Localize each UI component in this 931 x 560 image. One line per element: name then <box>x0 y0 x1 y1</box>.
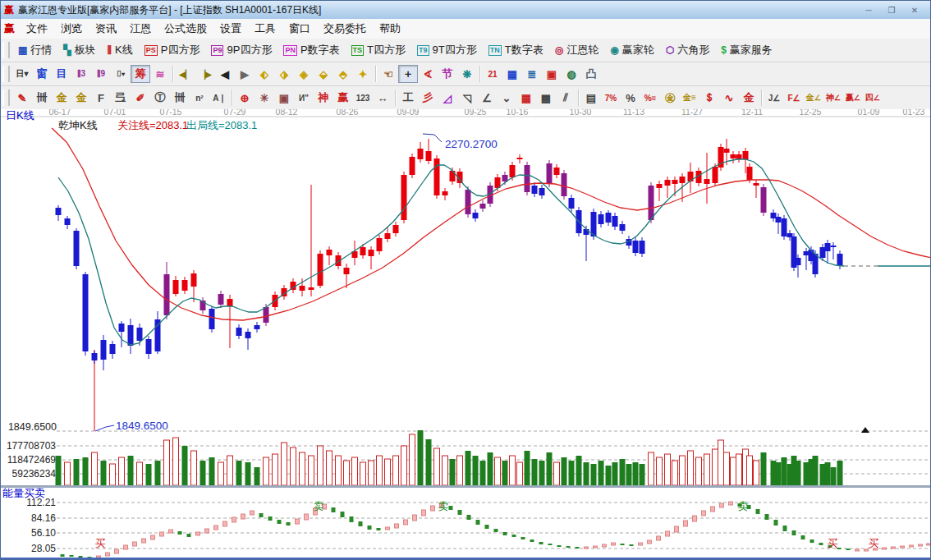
toolbar-button-shen-fence[interactable]: 神 <box>314 89 333 107</box>
toolbar-button-time-cycle[interactable]: Ⓣ <box>150 89 170 107</box>
toolbar-button-fan-rays[interactable]: 彡 <box>418 89 438 107</box>
toolbar-button-a-angle[interactable]: A❘ <box>209 89 229 107</box>
toolbar-button-zoom-right[interactable]: ⬗ <box>274 65 294 83</box>
toolbar-button-percent-table[interactable]: ▤ <box>581 89 601 107</box>
toolbar-button-percent-7[interactable]: 7% <box>601 89 621 107</box>
toolbar-button-brush-ruler[interactable]: ✐ <box>131 89 150 107</box>
toolbar-button-save[interactable]: ▣ <box>542 65 562 83</box>
toolbar-button-sectors[interactable]: ▚板块 <box>57 40 101 60</box>
toolbar-button-step-forward[interactable]: ▶ <box>235 65 255 83</box>
toolbar-button-gold-lines[interactable]: 金≡ <box>680 89 699 107</box>
toolbar-button-goto-first[interactable]: ◀▏ <box>176 65 195 83</box>
toolbar-button-p-square[interactable]: PSP四方形 <box>139 40 206 60</box>
toolbar-button-crosshair[interactable]: ＋ <box>398 65 418 83</box>
toolbar-button-chip-distribution[interactable]: 筹 <box>131 65 150 83</box>
restore-button[interactable]: ❐ <box>884 6 899 15</box>
toolbar-button-box-fan-2[interactable]: ◹ <box>457 89 477 107</box>
toolbar-button-pencil-angle[interactable]: ∠ <box>477 89 497 107</box>
toolbar-button-wave-mark[interactable]: И" <box>294 89 314 107</box>
kline-chart[interactable]: 06-1707-0107-1507-2908-1208-2609-0909-25… <box>1 109 931 559</box>
toolbar-button-gold-fence[interactable]: 金 <box>52 89 71 107</box>
toolbar-button-gold-circle[interactable]: ㊎ <box>660 89 680 107</box>
toolbar-button-9t-square[interactable]: T99T四方形 <box>411 40 483 60</box>
toolbar-button-box-fan[interactable]: ◿ <box>438 89 457 107</box>
toolbar-button-drag-hand[interactable]: ☜ <box>378 65 398 83</box>
toolbar-button-f-fence[interactable]: F <box>91 89 111 107</box>
toolbar-button-zoom-all[interactable]: ✦ <box>353 65 373 83</box>
toolbar-button-circle-star[interactable]: ✳ <box>255 89 274 107</box>
toolbar-button-fence-plain[interactable]: 卌 <box>170 89 190 107</box>
toolbar-button-angle-measure[interactable]: ∢ <box>418 65 438 83</box>
toolbar-button-calculator[interactable]: ▦ <box>502 65 522 83</box>
toolbar-button-export-web[interactable]: ◍ <box>562 65 581 83</box>
menu-item-2[interactable]: 资讯 <box>89 19 123 39</box>
toolbar-button-shen-angle[interactable]: 神∠ <box>823 89 843 107</box>
toolbar-button-notes[interactable]: ≣ <box>522 65 542 83</box>
menu-item-0[interactable]: 文件 <box>20 19 54 39</box>
menu-item-6[interactable]: 工具 <box>248 19 282 39</box>
toolbar-button-period-day-dropdown[interactable]: 日▾ <box>12 65 32 83</box>
toolbar-button-ying-fence[interactable]: 赢 <box>333 89 353 107</box>
toolbar-button-t-number-table[interactable]: TNT数字表 <box>483 40 549 60</box>
toolbar-button-parallel-lines[interactable]: ⫽ <box>556 89 576 107</box>
toolbar-button-zoom-left[interactable]: ⬖ <box>255 65 274 83</box>
toolbar-button-candle-style-dropdown[interactable]: ⌷▾ <box>111 65 131 83</box>
minimize-button[interactable]: ─ <box>861 6 876 15</box>
toolbar-button-span-arrows[interactable]: ↔ <box>373 89 392 107</box>
toolbar-button-v-waves[interactable]: ⌄ <box>497 89 516 107</box>
toolbar-button-quotes[interactable]: ▦行情 <box>12 40 57 60</box>
toolbar-button-info-panel[interactable]: 目 <box>52 65 71 83</box>
toolbar-button-wave-line[interactable]: ∿ <box>719 89 739 107</box>
toolbar-button-step-back[interactable]: ◀ <box>215 65 235 83</box>
toolbar-button-red-grid[interactable]: ▦ <box>516 89 536 107</box>
toolbar-button-gold-red-lines[interactable]: 金 <box>739 89 759 107</box>
toolbar-button-bow-fence[interactable]: 弖 <box>111 89 131 107</box>
toolbar-button-color-volume[interactable]: ≋ <box>150 65 170 83</box>
toolbar-button-zoom-out-horizontal[interactable]: ◈ <box>294 65 314 83</box>
toolbar-button-t-square[interactable]: TST四方形 <box>346 40 411 60</box>
toolbar-button-calendar-21[interactable]: 21 <box>483 65 502 83</box>
toolbar-button-zoom-vertical[interactable]: ⬘ <box>333 65 353 83</box>
toolbar-button-gann-wheel[interactable]: ◎江恩轮 <box>549 40 604 60</box>
toolbar-button-grid-arrow[interactable]: ▩ <box>536 89 556 107</box>
toolbar-button-kline[interactable]: ⫼K线 <box>102 40 139 60</box>
toolbar-button-hexagon[interactable]: ⬡六角形 <box>660 40 715 60</box>
toolbar-button-window-layout[interactable]: 窗 <box>32 65 52 83</box>
toolbar-button-fence-ruler[interactable]: 卌 <box>32 89 52 107</box>
toolbar-button-circle-square[interactable]: ▣ <box>274 89 294 107</box>
toolbar-button-chart-grid-9[interactable]: ⫼9 <box>91 65 111 83</box>
menu-item-5[interactable]: 设置 <box>213 19 248 39</box>
menu-item-3[interactable]: 江恩 <box>123 19 158 39</box>
menu-item-4[interactable]: 公式选股 <box>158 19 213 39</box>
toolbar-button-chart-grid-3[interactable]: ⫼3 <box>71 65 91 83</box>
toolbar-button-p-number-table[interactable]: PNP数字表 <box>277 40 345 60</box>
toolbar-button-smart-analysis[interactable]: ❋ <box>457 65 477 83</box>
toolbar-button-gann-tool[interactable]: 节 <box>438 65 457 83</box>
toolbar-button-knife-tool[interactable]: ✎ <box>12 89 32 107</box>
toolbar-button-j-angle[interactable]: J∠ <box>764 89 784 107</box>
toolbar-button-si-angle[interactable]: 四∠ <box>863 89 883 107</box>
toolbar-button-gold-fence-2[interactable]: 金 <box>71 89 91 107</box>
toolbar-button-print[interactable]: 凸 <box>581 65 601 83</box>
toolbar-button-number-fence[interactable]: 123 <box>353 89 373 107</box>
toolbar-button-ying-angle[interactable]: 赢∠ <box>843 89 863 107</box>
toolbar-button-winner-wheel[interactable]: ◉赢家轮 <box>604 40 659 60</box>
energy-candle <box>630 544 634 546</box>
toolbar-button-n2-fence[interactable]: n² <box>190 89 209 107</box>
menu-item-7[interactable]: 窗口 <box>282 19 317 39</box>
toolbar-button-winner-service[interactable]: $赢家服务 <box>715 40 778 60</box>
toolbar-button-percent-lines[interactable]: %≡ <box>640 89 660 107</box>
menu-item-1[interactable]: 浏览 <box>54 19 89 39</box>
close-button[interactable]: ✕ <box>907 6 922 15</box>
toolbar-button-circle-cross[interactable]: ⊕ <box>235 89 255 107</box>
toolbar-button-zoom-in-horizontal[interactable]: ⬙ <box>314 65 333 83</box>
menu-item-9[interactable]: 帮助 <box>373 19 407 39</box>
menu-item-8[interactable]: 交易委托 <box>317 19 373 39</box>
toolbar-button-9p-square[interactable]: P99P四方形 <box>205 40 277 60</box>
toolbar-button-gold-angle[interactable]: 金∠ <box>804 89 823 107</box>
toolbar-button-f-angle[interactable]: F∠ <box>784 89 804 107</box>
toolbar-button-percent[interactable]: % <box>621 89 640 107</box>
toolbar-button-goto-last[interactable]: ▕▶ <box>195 65 215 83</box>
toolbar-button-money-brush[interactable]: ＄ <box>699 89 719 107</box>
toolbar-button-box-tool[interactable]: 工 <box>398 89 418 107</box>
